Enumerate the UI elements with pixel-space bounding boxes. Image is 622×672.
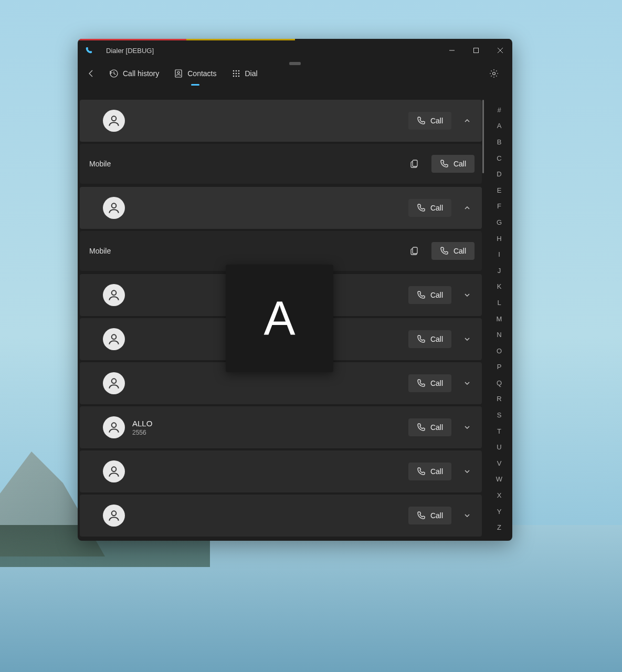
close-button[interactable] [488,42,512,59]
phone-type-label: Mobile [89,160,405,168]
alpha-index-item[interactable]: N [491,327,507,343]
svg-point-26 [112,511,117,516]
call-button[interactable]: Call [408,463,451,480]
expand-button[interactable] [459,287,476,303]
expand-button[interactable] [459,375,476,392]
alpha-index-item[interactable]: L [491,295,507,311]
contact-info: ALLO 2556 [132,419,401,436]
copy-button[interactable] [405,154,424,173]
alpha-index-item[interactable]: H [491,230,507,247]
alpha-index-item[interactable]: D [491,166,507,182]
expand-button[interactable] [459,419,476,436]
call-label: Call [430,467,443,476]
avatar [103,416,125,438]
alpha-index-item[interactable]: Z [491,519,507,536]
collapse-button[interactable] [459,112,476,129]
alpha-index-item[interactable]: B [491,134,507,150]
tab-label: Contacts [187,69,216,78]
contact-row[interactable]: Call [80,100,482,142]
avatar [103,505,125,527]
contacts-icon [174,69,183,78]
maximize-button[interactable] [464,42,488,59]
window-controls [440,42,512,59]
tab-dial[interactable]: Dial [225,64,264,83]
tab-contacts[interactable]: Contacts [167,64,223,83]
svg-point-7 [233,70,234,72]
phone-icon [417,423,426,432]
alpha-index-item[interactable]: A [491,118,507,134]
phone-icon [440,246,449,256]
contact-sub: 2556 [132,429,401,436]
contact-row[interactable]: Call [80,187,482,229]
call-button[interactable]: Call [408,330,451,348]
avatar [103,372,125,394]
avatar [103,110,125,132]
call-button[interactable]: Call [431,155,475,173]
call-label: Call [454,160,466,168]
avatar [103,328,125,350]
call-button[interactable]: Call [408,418,451,436]
expand-button[interactable] [459,331,476,348]
call-label: Call [430,423,443,432]
alpha-index-item[interactable]: G [491,214,507,230]
debug-indicator [289,62,301,65]
scrollbar-thumb[interactable] [482,100,484,173]
contact-name: ALLO [132,419,401,428]
alpha-index-item[interactable]: M [491,311,507,327]
alpha-index: #ABCDEFGHIJKLMNOPQRSTUVWXYZ [486,100,512,541]
alpha-index-item[interactable]: J [491,262,507,279]
settings-button[interactable] [484,64,504,83]
alpha-index-item[interactable]: C [491,150,507,166]
call-button[interactable]: Call [408,374,451,392]
alpha-index-item[interactable]: O [491,343,507,359]
svg-point-15 [238,76,239,77]
alpha-index-item[interactable]: K [491,279,507,295]
expand-button[interactable] [459,463,476,480]
contact-row[interactable]: Call [80,450,482,492]
alpha-index-item[interactable]: T [491,423,507,439]
phone-icon [417,290,426,300]
expand-button[interactable] [459,507,476,524]
svg-point-24 [112,423,117,427]
call-button[interactable]: Call [408,199,451,217]
contact-row[interactable]: Call [80,495,482,537]
phone-icon [417,203,426,213]
svg-point-21 [112,290,117,295]
svg-point-22 [112,334,117,339]
minimize-button[interactable] [440,42,464,59]
svg-point-19 [112,203,117,208]
call-button[interactable]: Call [408,286,451,304]
call-button[interactable]: Call [408,507,451,524]
tab-call-history[interactable]: Call history [103,64,165,83]
avatar [103,197,125,219]
history-icon [109,69,119,78]
active-tab-indicator [191,84,199,86]
tab-label: Dial [245,69,258,78]
dialpad-icon [231,69,241,78]
alpha-index-item[interactable]: U [491,439,507,455]
svg-point-17 [112,116,117,121]
alpha-index-item[interactable]: I [491,246,507,262]
alpha-index-item[interactable]: E [491,182,507,198]
collapse-button[interactable] [459,200,476,216]
call-button[interactable]: Call [408,112,451,130]
alpha-index-item[interactable]: W [491,471,507,488]
call-button[interactable]: Call [431,242,475,260]
alpha-index-item[interactable]: Q [491,375,507,391]
alpha-index-item[interactable]: X [491,487,507,503]
contact-row[interactable]: ALLO 2556 Call [80,406,482,448]
phone-icon [417,379,426,388]
titlebar: Dialer [DEBUG] [78,40,512,60]
alpha-index-item[interactable]: S [491,407,507,423]
alpha-index-item[interactable]: V [491,455,507,471]
overlay-letter: A [263,291,295,345]
svg-point-9 [238,70,239,72]
svg-point-14 [235,76,237,77]
alpha-index-item[interactable]: F [491,198,507,215]
alpha-index-item[interactable]: P [491,359,507,375]
back-button[interactable] [82,64,101,83]
alpha-index-item[interactable]: Y [491,503,507,520]
alpha-index-item[interactable]: R [491,391,507,407]
alpha-index-item[interactable]: # [491,102,507,118]
copy-button[interactable] [405,242,424,260]
